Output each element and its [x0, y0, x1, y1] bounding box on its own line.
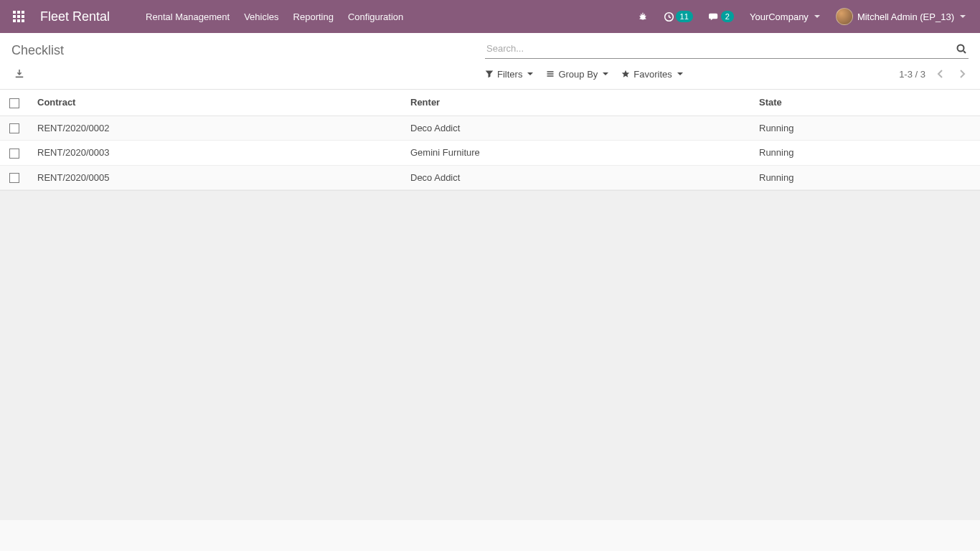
svg-rect-2: [22, 11, 24, 14]
cell-contract: RENT/2020/0003: [29, 141, 402, 166]
activities-badge: 11: [676, 11, 693, 22]
pager-value[interactable]: 1-3 / 3: [899, 69, 925, 80]
cell-trailing: [923, 165, 980, 190]
debug-button[interactable]: [632, 0, 654, 33]
caret-down-icon: [677, 72, 683, 75]
select-all-checkbox[interactable]: [9, 98, 19, 108]
svg-rect-6: [13, 19, 16, 22]
cell-trailing: [923, 116, 980, 141]
download-icon: [14, 69, 24, 79]
svg-rect-1: [17, 11, 20, 14]
search-button[interactable]: [956, 43, 967, 55]
activities-button[interactable]: 11: [658, 0, 699, 33]
nav-item-reporting[interactable]: Reporting: [286, 0, 341, 33]
table-row[interactable]: RENT/2020/0005Deco AddictRunning: [0, 165, 980, 190]
svg-rect-12: [16, 77, 24, 78]
top-navbar: Fleet Rental Rental Management Vehicles …: [0, 0, 980, 33]
search-container: [485, 39, 969, 59]
nav-item-vehicles[interactable]: Vehicles: [237, 0, 286, 33]
cell-renter: Deco Addict: [402, 165, 750, 190]
filters-label: Filters: [497, 69, 522, 80]
row-checkbox[interactable]: [9, 123, 19, 133]
chevron-right-icon: [958, 69, 966, 79]
caret-down-icon: [814, 15, 820, 18]
list-view: Contract Renter State RENT/2020/0002Deco…: [0, 90, 980, 190]
star-icon: [621, 70, 630, 78]
favorites-label: Favorites: [633, 69, 672, 80]
svg-rect-4: [17, 15, 20, 18]
caret-down-icon: [527, 72, 533, 75]
pager: 1-3 / 3: [899, 66, 969, 82]
cell-renter: Gemini Furniture: [402, 141, 750, 166]
company-name: YourCompany: [750, 11, 809, 22]
apps-grid-icon: [13, 11, 24, 22]
row-checkbox[interactable]: [9, 173, 19, 183]
cell-renter: Deco Addict: [402, 116, 750, 141]
search-input[interactable]: [485, 39, 969, 58]
filters-dropdown[interactable]: Filters: [485, 69, 533, 80]
cell-state: Running: [750, 141, 923, 166]
svg-rect-7: [17, 19, 20, 22]
header-checkbox-cell: [0, 90, 29, 116]
pager-next[interactable]: [956, 66, 969, 82]
caret-down-icon: [960, 15, 966, 18]
nav-item-rental-management[interactable]: Rental Management: [138, 0, 237, 33]
page-title: Checklist: [11, 39, 485, 58]
app-brand[interactable]: Fleet Rental: [40, 9, 110, 24]
cell-state: Running: [750, 116, 923, 141]
svg-point-9: [640, 14, 645, 19]
discuss-badge: 2: [721, 11, 734, 22]
user-name: Mitchell Admin (EP_13): [857, 11, 954, 22]
groupby-dropdown[interactable]: Group By: [546, 69, 608, 80]
company-switcher[interactable]: YourCompany: [744, 0, 826, 33]
row-checkbox-cell: [0, 165, 29, 190]
search-icon: [956, 43, 967, 55]
chat-icon: [709, 11, 720, 22]
avatar-icon: [836, 8, 853, 25]
discuss-button[interactable]: 2: [703, 0, 740, 33]
column-header-contract[interactable]: Contract: [29, 90, 402, 116]
table-header-row: Contract Renter State: [0, 90, 980, 116]
svg-rect-5: [22, 15, 24, 18]
column-header-options[interactable]: [923, 90, 980, 116]
svg-rect-0: [13, 11, 16, 14]
apps-menu-button[interactable]: [6, 0, 32, 33]
groupby-label: Group By: [558, 69, 598, 80]
cell-contract: RENT/2020/0005: [29, 165, 402, 190]
cell-state: Running: [750, 165, 923, 190]
cell-contract: RENT/2020/0002: [29, 116, 402, 141]
nav-right: 11 2 YourCompany Mitchell Admin (EP_13): [632, 0, 971, 33]
pager-prev[interactable]: [934, 66, 947, 82]
user-menu[interactable]: Mitchell Admin (EP_13): [830, 0, 971, 33]
chevron-left-icon: [937, 69, 944, 79]
control-panel: Checklist Filters: [0, 33, 980, 90]
caret-down-icon: [603, 72, 608, 75]
column-header-renter[interactable]: Renter: [402, 90, 750, 116]
svg-point-11: [958, 44, 964, 51]
bug-icon: [638, 11, 648, 22]
favorites-dropdown[interactable]: Favorites: [621, 69, 682, 80]
list-icon: [546, 70, 555, 78]
row-checkbox-cell: [0, 116, 29, 141]
nav-item-configuration[interactable]: Configuration: [341, 0, 410, 33]
row-checkbox[interactable]: [9, 149, 19, 159]
table-row[interactable]: RENT/2020/0002Deco AddictRunning: [0, 116, 980, 141]
table-row[interactable]: RENT/2020/0003Gemini FurnitureRunning: [0, 141, 980, 166]
column-header-state[interactable]: State: [750, 90, 923, 116]
export-button[interactable]: [11, 66, 27, 82]
checklist-table: Contract Renter State RENT/2020/0002Deco…: [0, 90, 980, 190]
funnel-icon: [485, 70, 494, 78]
svg-rect-3: [13, 15, 16, 18]
svg-rect-8: [22, 19, 24, 22]
row-checkbox-cell: [0, 141, 29, 166]
empty-area: [0, 190, 980, 520]
cell-trailing: [923, 141, 980, 166]
clock-icon: [664, 11, 674, 22]
nav-menu: Rental Management Vehicles Reporting Con…: [138, 0, 410, 33]
